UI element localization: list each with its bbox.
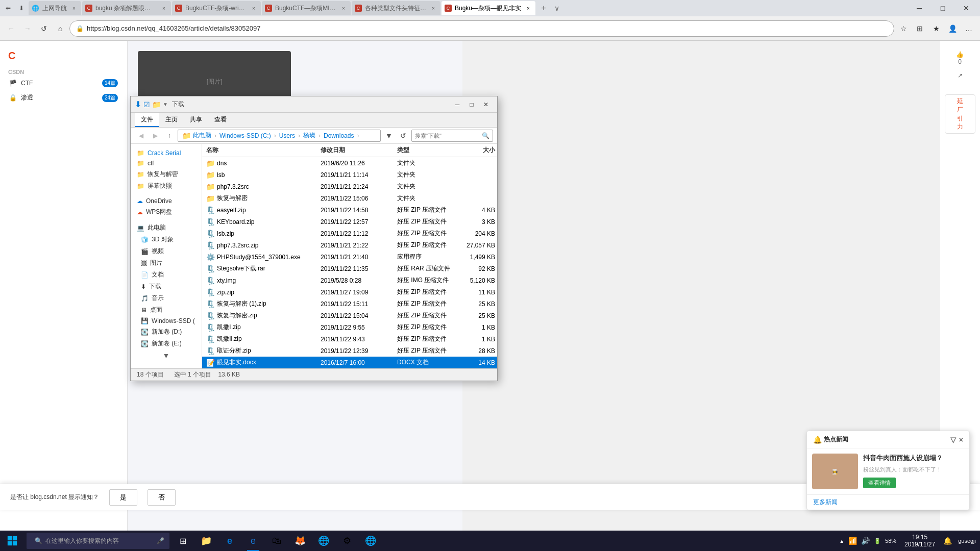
maximize-button[interactable]: □ <box>931 0 954 16</box>
taskbar-clock[interactable]: 19:15 2019/11/27 <box>900 534 939 548</box>
col-name[interactable]: 名称 <box>202 146 318 155</box>
csdn-ad[interactable]: 延 厂 引 力 <box>945 94 975 134</box>
path-drive[interactable]: Windows-SSD (C:) <box>219 132 271 139</box>
sidebar-pictures[interactable]: 🖼 图片 <box>131 257 202 269</box>
browser-forward[interactable]: → <box>20 21 35 36</box>
fe-minimize[interactable]: ─ <box>450 97 464 112</box>
split-screen-button[interactable]: ⊞ <box>913 21 927 36</box>
tab-6-close[interactable]: × <box>524 4 532 12</box>
sidebar-scroll-down[interactable]: ▼ <box>131 349 202 362</box>
sidebar-3d-objects[interactable]: 🧊 3D 对象 <box>131 234 202 245</box>
fe-search-input[interactable] <box>415 133 480 139</box>
taskbar-store-app[interactable]: 🛍 <box>265 531 288 551</box>
fe-search-box[interactable]: 🔍 <box>411 130 493 142</box>
new-tab-button[interactable]: + <box>536 1 551 15</box>
tab-view[interactable]: 查看 <box>208 113 233 127</box>
sidebar-screenshots[interactable]: 📁 屏幕快照 <box>131 180 202 192</box>
taskbar-edge-app[interactable]: e <box>218 531 241 551</box>
tab-4[interactable]: C BugkuCTF—杂项MISC—Wri... × <box>262 1 351 15</box>
fe-up[interactable]: ↑ <box>163 130 176 142</box>
close-button[interactable]: ✕ <box>954 0 978 16</box>
address-bar[interactable]: 🔒 https://blog.csdn.net/qq_41603265/arti… <box>69 20 894 37</box>
forward-button-browser[interactable]: ⬇ <box>15 2 28 14</box>
path-user[interactable]: 杨璨 <box>303 131 315 140</box>
path-users[interactable]: Users <box>279 132 295 139</box>
col-date[interactable]: 修改日期 <box>318 146 395 155</box>
sidebar-windows-ssd[interactable]: 💾 Windows-SSD ( <box>131 316 202 326</box>
taskbar-tools-app[interactable]: ⚙ <box>336 531 358 551</box>
file-row[interactable]: 🗜️ KEYboard.zip 2019/11/22 12:57 好压 ZIP … <box>202 216 497 228</box>
sidebar-ctf-folder[interactable]: 📁 ctf <box>131 158 202 168</box>
tab-home[interactable]: 主页 <box>159 113 184 127</box>
news-more-button[interactable]: 查看详情 <box>863 478 896 488</box>
taskbar-search[interactable]: 🔍 在这里输入你要搜索的内容 🎤 <box>27 533 169 549</box>
sidebar-this-pc[interactable]: 💻 此电脑 <box>131 222 202 234</box>
col-size[interactable]: 大小 <box>456 146 497 155</box>
browser-back[interactable]: ← <box>4 21 18 36</box>
file-row[interactable]: 🗜️ 凯撒Ⅱ.zip 2019/11/22 9:43 好压 ZIP 压缩文件 1… <box>202 333 497 345</box>
file-row[interactable]: 🗜️ 恢复与解密 (1).zip 2019/11/22 15:11 好压 ZIP… <box>202 298 497 310</box>
start-button[interactable] <box>0 531 24 551</box>
file-row[interactable]: 🗜️ easyelf.zip 2019/11/22 14:58 好压 ZIP 压… <box>202 204 497 216</box>
fe-forward[interactable]: ▶ <box>149 130 161 142</box>
news-filter-icon[interactable]: ▽ <box>950 436 956 444</box>
tab-3-close[interactable]: × <box>250 4 258 12</box>
tab-4-close[interactable]: × <box>339 4 348 12</box>
taskbar-ie-app[interactable]: e <box>242 531 264 551</box>
minimize-button[interactable]: ─ <box>908 0 931 16</box>
settings-button[interactable]: … <box>962 21 976 36</box>
file-row[interactable]: 🗜️ 凯撒Ⅰ.zip 2019/11/22 9:55 好压 ZIP 压缩文件 1… <box>202 321 497 333</box>
bookmark-button[interactable]: ☆ <box>896 21 911 36</box>
browser-home[interactable]: ⌂ <box>53 21 67 36</box>
taskbar-chrome-app[interactable]: 🌐 <box>359 531 382 551</box>
file-row[interactable]: 🗜️ php7.3.2src.zip 2019/11/21 21:22 好压 Z… <box>202 239 497 251</box>
like-widget[interactable]: 👍 0 <box>956 51 964 65</box>
fe-path-bar[interactable]: 📁 此电脑 › Windows-SSD (C:) › Users › 杨璨 › … <box>178 130 381 142</box>
fe-refresh[interactable]: ↺ <box>397 130 409 142</box>
tab-scroll-down[interactable]: ∨ <box>552 3 562 13</box>
tab-3[interactable]: C BugkuCTF-杂项-writeup 大... × <box>172 1 261 15</box>
tab-2-close[interactable]: × <box>160 4 168 12</box>
sidebar-crack-serial[interactable]: 📁 Crack Serial <box>131 148 202 158</box>
sidebar-wps-cloud[interactable]: ☁ WPS网盘 <box>131 206 202 218</box>
tab-share[interactable]: 共享 <box>184 113 208 127</box>
taskbar-file-explorer-app[interactable]: 📁 <box>195 531 217 551</box>
file-row[interactable]: 📁 恢复与解密 2019/11/22 15:06 文件夹 <box>202 192 497 204</box>
file-row[interactable]: 🗜️ lsb.zip 2019/11/22 11:12 好压 ZIP 压缩文件 … <box>202 228 497 239</box>
file-row[interactable]: 🗜️ Stegsolve下载.rar 2019/11/22 11:35 好压 R… <box>202 263 497 274</box>
tab-5[interactable]: C 各种类型文件头特征码 - 胡... × <box>352 1 440 15</box>
tab-5-close[interactable]: × <box>429 4 437 12</box>
file-row[interactable]: 🗜️ 恢复与解密.zip 2019/11/22 15:04 好压 ZIP 压缩文… <box>202 310 497 321</box>
notification-yes[interactable]: 是 <box>109 489 137 506</box>
path-pc[interactable]: 此电脑 <box>193 131 211 140</box>
file-row[interactable]: 🗜️ zip.zip 2019/11/27 19:09 好压 ZIP 压缩文件 … <box>202 286 497 298</box>
sidebar-onedrive[interactable]: ☁ OneDrive <box>131 196 202 206</box>
back-button-browser[interactable]: ⬅ <box>2 2 14 14</box>
tab-1-close[interactable]: × <box>70 4 78 12</box>
tab-file[interactable]: 文件 <box>135 113 159 127</box>
fe-path-dropdown[interactable]: ▼ <box>383 130 395 142</box>
sidebar-recover-decrypt[interactable]: 📁 恢复与解密 <box>131 168 202 180</box>
fe-maximize[interactable]: □ <box>464 97 479 112</box>
taskbar-task-view[interactable]: ⊞ <box>172 531 194 551</box>
sidebar-videos[interactable]: 🎬 视频 <box>131 245 202 257</box>
browser-refresh[interactable]: ↺ <box>37 21 51 36</box>
taskbar-browser2-app[interactable]: 🌐 <box>312 531 335 551</box>
tab-2[interactable]: C bugku 杂项解题眼见非实... × <box>82 1 171 15</box>
speaker-icon[interactable]: 🔊 <box>861 537 870 545</box>
file-row[interactable]: 🗜️ xty.img 2019/5/28 0:28 好压 IMG 压缩文件 5,… <box>202 274 497 286</box>
tab-1[interactable]: 🌐 上网导航 × <box>29 1 81 15</box>
taskbar-firefox-app[interactable]: 🦊 <box>289 531 311 551</box>
notification-no[interactable]: 否 <box>148 489 176 506</box>
share-widget[interactable]: ↗ <box>958 69 963 80</box>
news-footer[interactable]: 更多新闻 <box>807 494 969 510</box>
file-row[interactable]: 📁 php7.3.2src 2019/11/21 21:24 文件夹 <box>202 181 497 192</box>
sidebar-drive-d[interactable]: 💽 新加卷 (D:) <box>131 326 202 338</box>
news-close-icon[interactable]: × <box>959 436 963 444</box>
sidebar-drive-e[interactable]: 💽 新加卷 (E:) <box>131 338 202 349</box>
file-row[interactable]: 📁 lsb 2019/11/21 11:14 文件夹 <box>202 169 497 181</box>
sidebar-ctf-item[interactable]: 🏴 CTF 14篇 <box>4 76 123 90</box>
tab-6[interactable]: C Bugku—杂项—眼见非实 × <box>442 1 535 15</box>
fe-back[interactable]: ◀ <box>135 130 147 142</box>
sidebar-music[interactable]: 🎵 音乐 <box>131 292 202 304</box>
